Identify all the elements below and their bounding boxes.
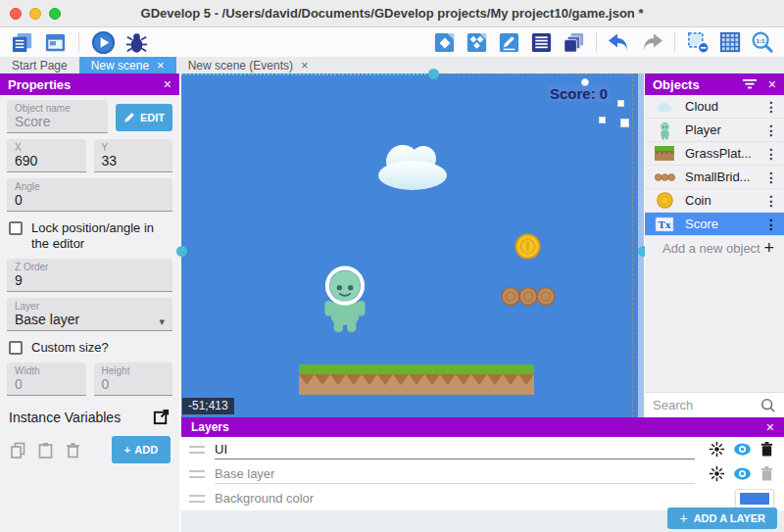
close-properties-icon[interactable]: × [164,77,172,91]
add-a-layer-button[interactable]: + ADD A LAYER [667,508,777,529]
small-bridge-thumbnail [653,173,676,181]
layer-effects-icon[interactable] [709,465,725,482]
delete-layer-icon[interactable] [760,465,774,482]
properties-panel: Properties × Object name Score EDIT X 69… [0,73,179,532]
drag-handle-icon[interactable] [189,446,205,454]
instances-list-icon[interactable] [527,29,555,55]
layer-select[interactable]: Layer Base layer ▾ [7,298,172,331]
selection-handle-corner[interactable] [620,119,629,127]
undo-icon[interactable] [606,29,633,55]
zoom-1-1-icon[interactable]: 1:1 [749,29,776,55]
custom-size-checkbox[interactable] [9,341,23,355]
scene-canvas[interactable]: Score: 0 [181,73,644,417]
close-tab-icon[interactable]: × [301,57,309,73]
tab-start-page[interactable]: Start Page [0,57,79,73]
z-order-field[interactable]: Z Order 9 [7,259,172,292]
copy-icon[interactable] [9,441,27,459]
angle-field[interactable]: Angle 0 [7,178,172,212]
layer-effects-icon[interactable] [709,441,725,458]
y-position-field[interactable]: Y 33 [94,139,173,172]
object-menu-icon[interactable]: ⋮ [764,122,778,138]
height-field: Height 0 [94,363,173,396]
drag-handle-icon[interactable] [189,470,205,478]
editor-tabbar: Start Page New scene× New scene (Events)… [0,57,784,73]
layers-editor-icon[interactable] [560,29,587,55]
layer-name-label[interactable]: Base layer [215,464,695,484]
player-thumbnail [653,121,676,140]
cloud-instance[interactable] [366,140,460,191]
grass-platform-instance[interactable] [299,364,534,395]
cloud-thumbnail [653,101,676,113]
grass-platform-thumbnail [653,146,676,161]
svg-text:Tx: Tx [659,218,671,230]
layer-visibility-eye-icon[interactable] [732,466,753,481]
background-color-swatch[interactable] [735,489,774,508]
debugger-bug-icon[interactable] [122,29,150,55]
selection-rotate-handle[interactable] [581,78,589,86]
delete-selection-icon[interactable] [684,29,711,55]
chevron-down-icon: ▾ [159,315,165,328]
close-layers-icon[interactable]: × [766,420,774,434]
filter-icon[interactable] [743,79,757,89]
object-menu-icon[interactable]: ⋮ [764,193,778,209]
layer-row-base: Base layer [181,461,784,486]
player-instance[interactable] [321,265,368,333]
selection-handle-bottom[interactable] [599,117,606,123]
preview-play-icon[interactable] [89,29,117,55]
redo-icon[interactable] [638,29,665,55]
object-menu-icon[interactable]: ⋮ [764,146,778,162]
add-new-object-row[interactable]: Add a new object + [645,236,784,261]
custom-size-row: Custom size? [7,337,172,363]
plus-icon: + [124,444,130,456]
edit-object-button[interactable]: EDIT [116,104,172,131]
tab-new-scene[interactable]: New scene× [79,57,176,73]
object-menu-icon[interactable]: ⋮ [764,169,778,185]
object-row-player[interactable]: Player ⋮ [645,119,784,142]
splitter-handle-top[interactable] [428,69,439,79]
coin-thumbnail [653,192,676,209]
add-variable-button[interactable]: + ADD [112,436,171,463]
lock-position-checkbox[interactable] [9,221,23,235]
object-menu-icon[interactable]: ⋮ [764,217,778,232]
instance-variables-label: Instance Variables [9,410,152,425]
objects-panel: Objects × Cloud ⋮ Player ⋮ GrassPlat... … [645,73,784,417]
close-tab-icon[interactable]: × [157,57,165,73]
trash-icon[interactable] [64,441,82,459]
selection-handle-right[interactable] [617,100,624,107]
plus-icon: + [679,510,687,526]
close-objects-icon[interactable]: × [768,77,776,91]
object-row-smallbridge[interactable]: SmallBrid... ⋮ [645,166,784,189]
small-bridge-instance[interactable] [501,286,556,307]
object-menu-icon[interactable]: ⋮ [764,99,778,115]
object-row-coin[interactable]: Coin ⋮ [645,189,784,213]
pencil-icon [123,112,135,123]
object-row-grassplatform[interactable]: GrassPlat... ⋮ [645,142,784,166]
x-position-field[interactable]: X 690 [7,139,86,172]
coin-instance[interactable] [514,233,541,260]
layer-name-input[interactable] [215,440,695,459]
paste-icon[interactable] [36,441,55,459]
objects-search-bar [645,392,784,417]
layer-visibility-eye-icon[interactable] [732,442,753,457]
object-row-score[interactable]: Tx Score ⋮ [645,213,784,236]
layer-row-ui [181,437,784,461]
lock-position-row: Lock position/angle in the editor [7,218,172,259]
objects-title: Objects [653,77,743,92]
scene-window-icon[interactable] [41,29,69,55]
scene-properties-icon[interactable] [495,29,522,55]
grid-icon[interactable] [716,29,744,55]
splitter-handle-left[interactable] [176,246,187,257]
drag-handle-icon[interactable] [189,495,205,503]
objects-editor-icon[interactable] [430,29,458,55]
open-in-new-icon[interactable] [152,408,171,426]
width-field: Width 0 [7,363,86,396]
project-manager-icon[interactable] [8,29,35,55]
score-text-instance[interactable]: Score: 0 [548,85,610,102]
delete-layer-icon[interactable] [760,441,774,458]
object-row-cloud[interactable]: Cloud ⋮ [645,95,784,119]
object-groups-icon[interactable] [463,29,490,55]
layer-name-label: Background color [215,489,721,508]
search-input[interactable] [653,398,760,412]
tab-new-scene-events[interactable]: New scene (Events)× [176,57,320,73]
plus-icon[interactable]: + [763,238,774,259]
